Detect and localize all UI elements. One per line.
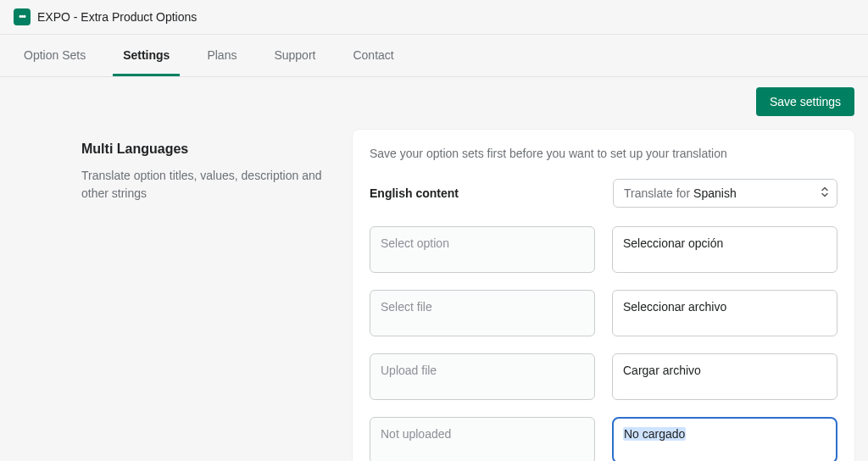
table-row: Select option Seleccionar opción (370, 226, 837, 273)
target-field[interactable]: No cargado (612, 417, 837, 461)
nav-settings[interactable]: Settings (113, 35, 180, 76)
source-language-label: English content (370, 186, 459, 200)
page: Save settings Multi Languages Translate … (0, 77, 868, 461)
source-field: Not uploaded (370, 417, 595, 461)
target-field[interactable]: Cargar archivo (612, 353, 837, 400)
nav-contact[interactable]: Contact (342, 35, 403, 76)
nav-option-sets[interactable]: Option Sets (14, 35, 96, 76)
table-row: Not uploaded No cargado (370, 417, 837, 461)
target-field[interactable]: Seleccionar archivo (612, 290, 837, 336)
nav-plans[interactable]: Plans (197, 35, 247, 76)
nav-support[interactable]: Support (264, 35, 326, 76)
source-field: Upload file (370, 353, 595, 400)
section-description: Translate option titles, values, descrip… (81, 167, 336, 203)
save-settings-button[interactable]: Save settings (756, 87, 854, 116)
topbar: ••• EXPO - Extra Product Options (0, 0, 868, 35)
target-field[interactable]: Seleccionar opción (612, 226, 837, 273)
translate-prefix: Translate for (624, 186, 690, 200)
source-field: Select option (370, 226, 595, 273)
app-title: EXPO - Extra Product Options (37, 10, 197, 24)
translation-rows: Select option Seleccionar opción Select … (370, 226, 837, 461)
table-row: Upload file Cargar archivo (370, 353, 837, 400)
table-row: Select file Seleccionar archivo (370, 290, 837, 336)
source-field: Select file (370, 290, 595, 336)
target-language-select[interactable]: Translate for Spanish (613, 179, 837, 208)
main-nav: Option Sets Settings Plans Support Conta… (0, 35, 868, 77)
section-aside: Multi Languages Translate option titles,… (81, 130, 336, 461)
translation-card: Save your option sets first before you w… (353, 130, 854, 461)
selected-text: No cargado (623, 427, 686, 441)
translation-hint: Save your option sets first before you w… (370, 147, 837, 160)
app-icon: ••• (14, 8, 31, 25)
section-title: Multi Languages (81, 142, 336, 157)
translate-language-value: Spanish (693, 186, 737, 200)
